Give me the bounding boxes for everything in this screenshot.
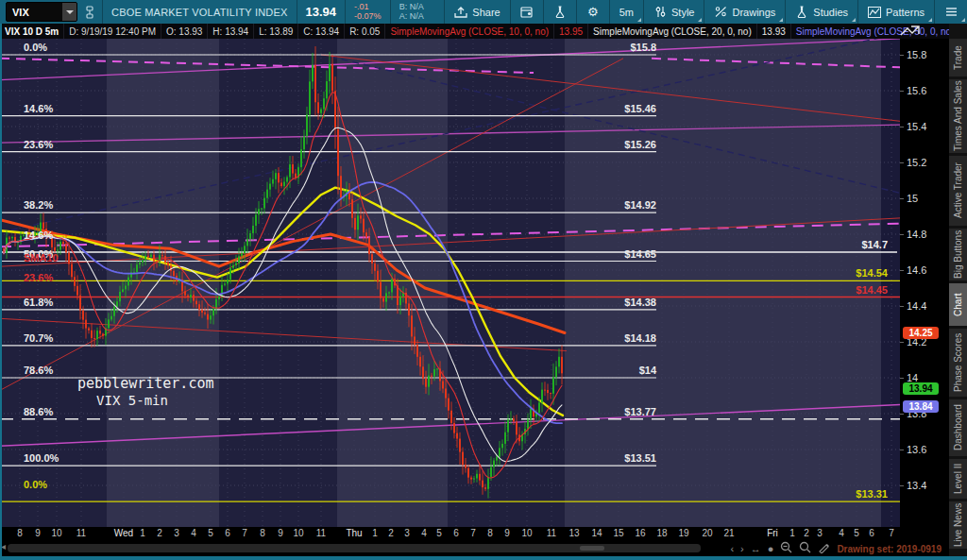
page-right-icon[interactable]: ›: [740, 541, 744, 556]
time-label-hour: 4: [839, 528, 844, 538]
share-label: Share: [472, 7, 500, 18]
axis-tick-mark: [900, 342, 904, 343]
svg-text:78.6%: 78.6%: [24, 365, 53, 376]
time-axis[interactable]: 891011Wed1234567891011Thu123456789101113…: [0, 527, 949, 541]
chart-symbol-timeframe: VIX 10 D 5m: [0, 24, 64, 39]
time-label-hour: 1: [140, 528, 145, 538]
page-left-icon[interactable]: ‹: [730, 541, 734, 556]
share-button[interactable]: Share: [444, 0, 509, 24]
right-gadget-tabstrip: TradeTimes And SalesActive TraderBig But…: [949, 24, 967, 560]
chart-settings-button[interactable]: ⚙: [576, 0, 609, 24]
time-label-hour: 5: [208, 528, 213, 538]
auto-scale-dot-icon[interactable]: ●: [768, 541, 774, 556]
study-label[interactable]: SimpleMovingAvg (CLOSE, 50, 0, no): [791, 24, 949, 39]
sidebar-tab-dashboard[interactable]: Dashboard: [949, 399, 967, 456]
axis-tick-mark: [900, 91, 904, 92]
svg-text:pebblewriter.com: pebblewriter.com: [77, 375, 214, 392]
patterns-button[interactable]: Patterns: [857, 0, 934, 24]
time-label-hour: 11: [76, 528, 86, 538]
bid-ask: B: N/AA: N/A: [399, 3, 424, 21]
time-label-hour: 7: [889, 528, 894, 538]
time-label-hour: 6: [453, 528, 459, 538]
style-label: Style: [671, 7, 694, 18]
svg-text:100.0%: 100.0%: [24, 452, 59, 464]
svg-text:$14.65: $14.65: [624, 248, 656, 260]
chart-scrollbar[interactable]: [8, 544, 701, 552]
time-label-hour: 20: [702, 528, 712, 538]
time-label-hour: 9: [35, 528, 41, 538]
price-chart-plot[interactable]: 0.0%$15.814.6%$15.4623.6%$15.2638.2%$14.…: [0, 39, 900, 527]
axis-tick-mark: [900, 485, 904, 486]
chart-scrollbar-thumb[interactable]: [580, 546, 604, 551]
time-label-hour: 2: [804, 528, 809, 538]
sidebar-tab-big-buttons[interactable]: Big Buttons: [949, 229, 967, 280]
axis-tick-mark: [900, 198, 904, 199]
time-label-hour: 19: [678, 528, 688, 538]
time-label-hour: 21: [723, 528, 734, 538]
price-axis[interactable]: 15.815.615.415.21514.814.614.414.21413.8…: [900, 39, 949, 527]
time-label-hour: 1: [372, 528, 378, 538]
time-label-hour: 9: [504, 528, 510, 538]
svg-text:$15.46: $15.46: [624, 103, 656, 114]
sidebar-tab-active-trader[interactable]: Active Trader: [949, 156, 967, 226]
svg-text:$14.7: $14.7: [861, 239, 888, 250]
time-label-hour: 7: [470, 528, 476, 538]
patterns-label: Patterns: [886, 7, 925, 18]
share-icon: [454, 6, 467, 19]
sidebar-tab-live-news[interactable]: Live News: [949, 501, 967, 549]
alerts-button[interactable]: [510, 0, 543, 24]
quick-study-button[interactable]: [543, 0, 576, 24]
axis-tick-mark: [900, 55, 904, 56]
ohlc-segment: O: 13.93: [161, 24, 208, 39]
sidebar-tab-phase-scores[interactable]: Phase Scores: [949, 329, 967, 397]
time-label-hour: 6: [869, 528, 874, 538]
zoom-out-icon[interactable]: [799, 541, 811, 557]
sidebar-tab-trade[interactable]: Trade: [949, 39, 967, 76]
drawing-set-label[interactable]: Drawing set: 2019-0919: [837, 544, 942, 554]
symbol-dropdown-button[interactable]: [62, 3, 76, 21]
axis-tick-mark: [900, 127, 904, 127]
svg-text:88.6%: 88.6%: [24, 406, 53, 417]
studies-button[interactable]: Studies: [785, 0, 857, 24]
pan-horizontal-icon[interactable]: ↔: [751, 541, 761, 556]
axis-tick-label: 15.2: [907, 157, 926, 168]
axis-tick-label: 14.6: [907, 264, 926, 276]
sidebar-tab-chart[interactable]: Chart: [949, 283, 967, 326]
axis-tick-mark: [900, 234, 904, 235]
edit-drawing-set-icon[interactable]: [818, 541, 830, 557]
drawings-button[interactable]: Drawings: [704, 0, 785, 24]
chevron-down-icon: [66, 10, 74, 14]
sidebar-tab-times-and-sales[interactable]: Times And Sales: [949, 79, 967, 153]
time-label-hour: 3: [174, 528, 179, 538]
toolbar-menu-button[interactable]: [934, 0, 967, 24]
zoom-in-icon[interactable]: [780, 541, 792, 557]
time-label-hour: 8: [17, 528, 23, 538]
study-label[interactable]: SimpleMovingAvg (CLOSE, 10, 0, no): [385, 24, 554, 39]
axis-tick-mark: [900, 450, 904, 450]
last-price: 13.94: [306, 5, 337, 19]
bottom-bar: ◂ ‹ › ↔ ● Drawing set: 2019-0919: [0, 541, 949, 556]
sidebar-tab-level-ii[interactable]: Level II: [949, 459, 967, 499]
svg-text:$13.77: $13.77: [624, 406, 656, 417]
time-label-hour: 5: [436, 528, 442, 538]
svg-text:70.7%: 70.7%: [24, 332, 53, 344]
svg-text:$14.54: $14.54: [856, 267, 889, 279]
svg-text:14.6%: 14.6%: [24, 103, 53, 114]
svg-text:VIX 5-min: VIX 5-min: [96, 393, 168, 408]
time-label-hour: 13: [568, 528, 579, 538]
svg-text:0.0%: 0.0%: [24, 479, 47, 490]
chart-maximize-icon[interactable]: [898, 25, 923, 38]
symbol-input[interactable]: VIX: [6, 2, 77, 22]
style-button[interactable]: Style: [643, 0, 704, 24]
svg-text:$14: $14: [639, 365, 657, 376]
axis-tick-mark: [900, 270, 904, 271]
study-label[interactable]: SimpleMovingAvg (CLOSE, 20, 0, no): [588, 24, 757, 39]
svg-text:$14.45: $14.45: [856, 284, 888, 296]
time-label-hour: 15: [613, 528, 623, 538]
timeframe-button[interactable]: 5m: [609, 0, 643, 24]
svg-text:14.6%: 14.6%: [24, 229, 53, 241]
time-label-hour: 14: [591, 528, 602, 538]
link-icon[interactable]: [83, 6, 96, 19]
axis-tick-mark: [900, 414, 904, 415]
time-label-hour: 18: [656, 528, 667, 538]
